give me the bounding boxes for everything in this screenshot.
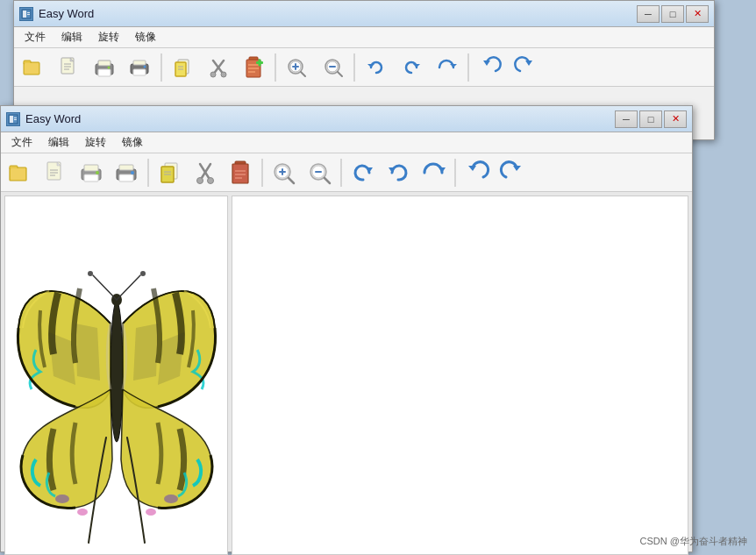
window-controls-1[interactable]: ─ □ ✕	[637, 5, 709, 23]
svg-rect-14	[98, 69, 111, 76]
print-setup-btn-2[interactable]	[75, 157, 108, 189]
svg-rect-17	[133, 60, 146, 65]
open-btn-2[interactable]	[4, 157, 38, 189]
minimize-btn-1[interactable]: ─	[637, 5, 660, 23]
copy-btn-1[interactable]	[167, 52, 200, 83]
svg-point-68	[131, 171, 134, 174]
zoom-in-btn-2[interactable]	[267, 157, 301, 189]
svg-rect-52	[14, 119, 17, 120]
rotate-right-btn-1[interactable]	[395, 52, 428, 83]
menu-file-1[interactable]: 文件	[18, 28, 53, 46]
rotate-cw-btn-2[interactable]	[382, 157, 415, 189]
svg-point-101	[140, 271, 146, 276]
window-title-1: Easy Word	[39, 7, 637, 20]
close-btn-1[interactable]: ✕	[686, 5, 709, 23]
svg-rect-80	[235, 174, 246, 175]
svg-rect-55	[11, 168, 25, 180]
svg-rect-30	[248, 64, 259, 66]
svg-rect-31	[248, 68, 259, 69]
svg-point-102	[55, 495, 69, 503]
svg-marker-92	[389, 167, 396, 173]
svg-point-103	[77, 509, 88, 516]
svg-rect-1	[23, 11, 26, 18]
svg-rect-50	[10, 116, 13, 123]
new-btn-2[interactable]	[39, 157, 73, 189]
svg-marker-95	[513, 166, 521, 171]
svg-rect-63	[84, 174, 98, 181]
svg-rect-66	[119, 165, 133, 170]
menu-rotate-1[interactable]: 旋转	[91, 28, 126, 46]
svg-rect-2	[27, 12, 30, 13]
image-panel	[4, 196, 228, 555]
svg-line-86	[289, 178, 294, 183]
zoom-out-btn-1[interactable]	[316, 52, 349, 83]
sep-1b	[275, 53, 276, 82]
maximize-btn-2[interactable]: □	[639, 110, 662, 128]
title-bar-2[interactable]: Easy Word ─ □ ✕	[1, 106, 692, 132]
undo-btn-1[interactable]	[474, 52, 507, 83]
open-btn-1[interactable]	[18, 52, 51, 83]
minimize-btn-2[interactable]: ─	[615, 110, 638, 128]
svg-rect-34	[259, 59, 261, 66]
svg-point-100	[88, 271, 93, 276]
rotate-180-btn-1[interactable]	[430, 52, 463, 83]
svg-line-99	[117, 275, 140, 300]
toolbar-1	[14, 48, 714, 87]
zoom-out-btn-2[interactable]	[303, 157, 336, 189]
cut-btn-1[interactable]	[202, 52, 235, 83]
svg-rect-62	[84, 165, 98, 171]
watermark: CSDN @华为奋斗者精神	[640, 535, 747, 548]
menu-mirror-1[interactable]: 镜像	[128, 28, 163, 46]
redo-btn-2[interactable]	[496, 157, 529, 189]
svg-marker-93	[439, 167, 446, 173]
svg-marker-46	[450, 64, 457, 68]
paste-btn-1[interactable]	[237, 52, 270, 83]
cut-btn-2[interactable]	[189, 157, 222, 189]
copy-btn-2[interactable]	[153, 157, 187, 189]
print-btn-1[interactable]	[123, 52, 156, 83]
rotate-full-btn-2[interactable]	[417, 157, 450, 189]
svg-rect-51	[14, 117, 17, 118]
svg-line-90	[325, 178, 330, 183]
svg-point-64	[96, 171, 99, 174]
svg-rect-18	[133, 69, 146, 75]
svg-marker-47	[483, 60, 490, 66]
butterfly-image	[5, 196, 228, 555]
svg-rect-67	[119, 174, 133, 181]
sep-2c	[340, 159, 342, 187]
maximize-btn-1[interactable]: □	[661, 5, 684, 23]
svg-marker-48	[525, 60, 532, 66]
undo-btn-2[interactable]	[460, 157, 494, 189]
svg-line-39	[301, 72, 305, 76]
title-bar-1[interactable]: Easy Word ─ □ ✕	[14, 1, 714, 27]
toolbar-2	[1, 153, 692, 192]
svg-line-43	[338, 72, 342, 76]
svg-rect-3	[27, 14, 30, 15]
svg-point-19	[144, 65, 146, 68]
print-btn-2[interactable]	[110, 157, 143, 189]
svg-marker-91	[366, 167, 373, 173]
rotate-left-btn-1[interactable]	[360, 52, 393, 83]
svg-point-76	[208, 177, 214, 183]
menu-mirror-2[interactable]: 镜像	[115, 133, 150, 152]
zoom-in-btn-1[interactable]	[281, 52, 314, 83]
svg-rect-13	[98, 60, 111, 66]
svg-rect-79	[235, 170, 246, 172]
sep-2d	[454, 159, 456, 187]
new-btn-1[interactable]	[53, 52, 86, 83]
menu-file-2[interactable]: 文件	[4, 133, 39, 152]
close-btn-2[interactable]: ✕	[664, 110, 687, 128]
menu-rotate-2[interactable]: 旋转	[78, 133, 113, 152]
rotate-ccw-btn-2[interactable]	[346, 157, 380, 189]
window-controls-2[interactable]: ─ □ ✕	[615, 110, 687, 128]
paste-btn-2[interactable]	[224, 157, 257, 189]
sep-1a	[160, 53, 162, 82]
window-title-2: Easy Word	[25, 112, 615, 125]
redo-btn-1[interactable]	[509, 52, 542, 83]
document-panel[interactable]	[232, 196, 688, 555]
sep-2b	[261, 159, 263, 187]
svg-marker-45	[413, 64, 420, 68]
print-setup-btn-1[interactable]	[88, 52, 121, 83]
menu-edit-2[interactable]: 编辑	[41, 133, 76, 152]
menu-edit-1[interactable]: 编辑	[54, 28, 89, 46]
